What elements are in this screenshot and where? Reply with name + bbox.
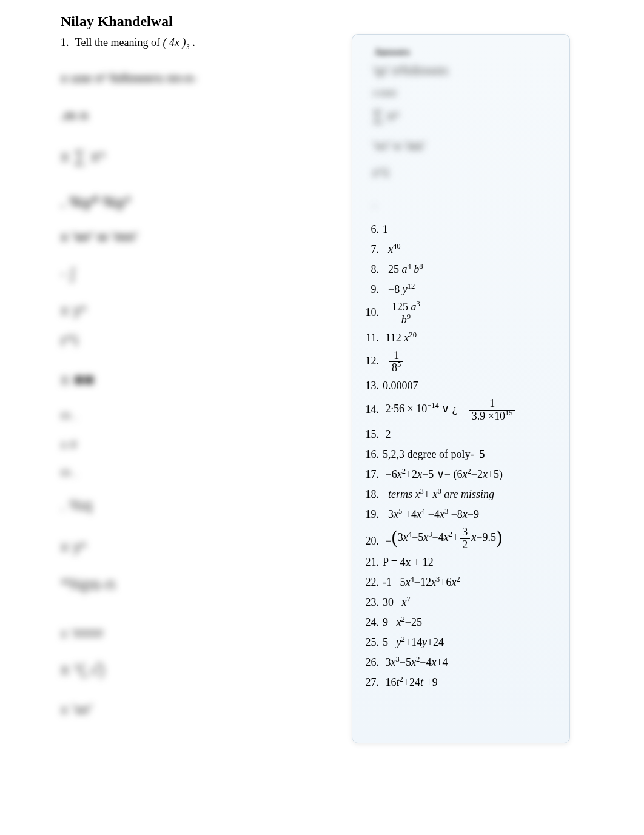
blurred-question-line: x yⁿ xyxy=(61,537,303,556)
answer-number: 27. xyxy=(364,674,383,691)
page-corner-fade xyxy=(589,780,644,835)
blurred-question-line: x use n² followers nn-n- xyxy=(61,72,303,86)
answer-value: terms x3+ x0 are missing xyxy=(383,486,561,503)
answer-number: 15. xyxy=(364,426,383,443)
answer-8: 8. 25 a4 b8 xyxy=(364,261,561,278)
answer-number: 23. xyxy=(364,594,383,611)
answer-value: 5,2,3 degree of poly- 5 xyxy=(383,446,561,463)
answer-value: -1 5x4−12x3+6x2 xyxy=(383,574,561,591)
blurred-question-line: x ∑ xⁿ xyxy=(61,147,303,166)
blurred-question-line: . %y⁴ %y³ xyxy=(61,193,303,212)
answer-number: 13. xyxy=(364,378,383,394)
blurred-question-line: x # xyxy=(61,438,303,452)
answer-number: 21. xyxy=(364,554,383,571)
answer-number: 26. xyxy=(364,654,383,671)
answer-number: 18. xyxy=(364,486,383,503)
blurred-answer-line: . xyxy=(373,196,561,214)
answer-value: 3x5 +4x4 −4x3 −8x−9 xyxy=(383,506,561,523)
answer-number: 11. xyxy=(364,330,383,346)
blurred-question-line: - ∫ xyxy=(61,264,303,283)
blurred-question-line: *%ps-n xyxy=(61,575,303,594)
answer-number: 6. xyxy=(364,221,383,238)
blurred-answer-line: r^i xyxy=(373,164,561,189)
answer-value: 0.00007 xyxy=(383,378,561,394)
answer-value: 1 85 xyxy=(383,350,561,375)
answer-number: 24. xyxy=(364,614,383,631)
answer-number: 17. xyxy=(364,466,383,483)
answer-25: 25. 5 y2+14y+24 xyxy=(364,634,561,651)
blurred-question-line: . %q xyxy=(61,496,303,515)
answer-number: 22. xyxy=(364,574,383,591)
question-1: 1. Tell the meaning of ( 4x )3 . xyxy=(61,36,195,49)
blurred-question-line: x ¹(,√) xyxy=(61,660,303,679)
answer-20: 20. −( 3x4−5x3−4x2+32x−9.5 ) xyxy=(364,526,561,551)
answer-number: 14. xyxy=(364,401,383,418)
question-number: 1. xyxy=(61,36,69,49)
answer-value: 3x3−5x2−4x+4 xyxy=(383,654,561,671)
answer-13: 13. 0.00007 xyxy=(364,378,561,394)
answer-value: 2 xyxy=(383,426,561,443)
answer-value: 25 a4 b8 xyxy=(383,261,561,278)
answer-27: 27. 16t2+24t +9 xyxy=(364,674,561,691)
answer-value: 112 x20 xyxy=(383,330,561,346)
answer-value: −( 3x4−5x3−4x2+32x−9.5 ) xyxy=(383,526,561,551)
author-name: Nilay Khandelwal xyxy=(61,13,173,30)
answer-number: 19. xyxy=(364,506,383,523)
answer-value: 16t2+24t +9 xyxy=(383,674,561,691)
answer-9: 9. −8 y12 xyxy=(364,281,561,298)
blurred-question-line: x ■■ xyxy=(61,370,303,389)
answer-value: 5 y2+14y+24 xyxy=(383,634,561,651)
question-expression: ( 4x )3 xyxy=(163,36,189,49)
answer-number: 16. xyxy=(364,446,383,463)
blurred-question-line: m . xyxy=(61,409,303,423)
answers-list: 6. 1 7. x40 8. 25 a4 b8 9. −8 y12 xyxy=(364,221,561,691)
answer-11: 11. 112 x20 xyxy=(364,330,561,346)
answer-18: 18. terms x3+ x0 are missing xyxy=(364,486,561,503)
answer-14: 14. 2·56 × 10−14 ∨ ¿ 1 3.9 ×1015 xyxy=(364,398,561,423)
blurred-question-line: x yⁿ xyxy=(61,301,303,320)
answer-value: −8 y12 xyxy=(383,281,561,298)
answer-value: x40 xyxy=(383,241,561,258)
answer-17: 17. −6x2+2x−5 ∨− (6x2−2x+5) xyxy=(364,466,561,483)
answer-value: 30 x7 xyxy=(383,594,561,611)
answer-value: 125 a3 b9 xyxy=(383,301,561,326)
blurred-question-line: x 'wr' w 'mn' xyxy=(61,229,303,245)
answer-value: 1 xyxy=(383,221,561,238)
blurred-question-line: r^i xyxy=(61,331,303,350)
answer-10: 10. 125 a3 b9 xyxy=(364,301,561,326)
answers-title: Answers xyxy=(374,47,561,58)
blurred-answer-line: 'wr' w 'mn' xyxy=(373,139,561,157)
answer-number: 10. xyxy=(364,304,383,321)
blurred-question-line: .m n xyxy=(61,108,303,124)
answer-26: 26. 3x3−5x2−4x+4 xyxy=(364,654,561,671)
answer-number: 12. xyxy=(364,353,383,369)
answer-value: 2·56 × 10−14 ∨ ¿ 1 3.9 ×1015 xyxy=(383,398,561,423)
answer-24: 24. 9 x2−25 xyxy=(364,614,561,631)
answer-value: P = 4x + 12 xyxy=(383,554,561,571)
answer-19: 19. 3x5 +4x4 −4x3 −8x−9 xyxy=(364,506,561,523)
blurred-answer-line: 'qx' n²followers xyxy=(373,64,561,82)
answer-number: 7. xyxy=(364,241,383,258)
blurred-question-line: x '#### xyxy=(61,626,303,642)
question-period: . xyxy=(192,36,195,49)
answer-number: 8. xyxy=(364,261,383,278)
answer-23: 23. 30 x7 xyxy=(364,594,561,611)
blurred-answer-line: # #### xyxy=(373,89,561,100)
answer-16: 16. 5,2,3 degree of poly- 5 xyxy=(364,446,561,463)
blurred-question-line: x 'wr' xyxy=(61,701,303,718)
answer-22: 22. -1 5x4−12x3+6x2 xyxy=(364,574,561,591)
answer-number: 20. xyxy=(364,533,383,549)
answer-value: −6x2+2x−5 ∨− (6x2−2x+5) xyxy=(383,466,561,483)
answer-number: 9. xyxy=(364,281,383,298)
answer-number: 25. xyxy=(364,634,383,651)
blurred-question-line: m . xyxy=(61,466,303,480)
answer-12: 12. 1 85 xyxy=(364,350,561,375)
question-text: Tell the meaning of xyxy=(75,36,160,49)
answer-value: 9 x2−25 xyxy=(383,614,561,631)
answers-panel: Answers 'qx' n²followers # #### ∑ xⁿ 'wr… xyxy=(352,34,570,743)
answer-15: 15. 2 xyxy=(364,426,561,443)
answer-6: 6. 1 xyxy=(364,221,561,238)
answer-7: 7. x40 xyxy=(364,241,561,258)
answer-21: 21. P = 4x + 12 xyxy=(364,554,561,571)
blurred-answer-line: ∑ xⁿ xyxy=(373,107,561,132)
